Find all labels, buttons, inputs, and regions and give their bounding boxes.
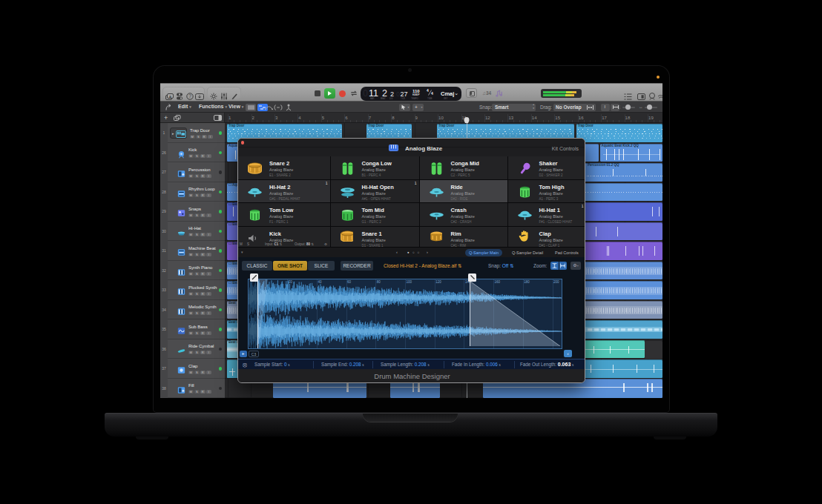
svg-text:a: a [169,94,171,99]
svg-text:?: ? [188,93,191,99]
